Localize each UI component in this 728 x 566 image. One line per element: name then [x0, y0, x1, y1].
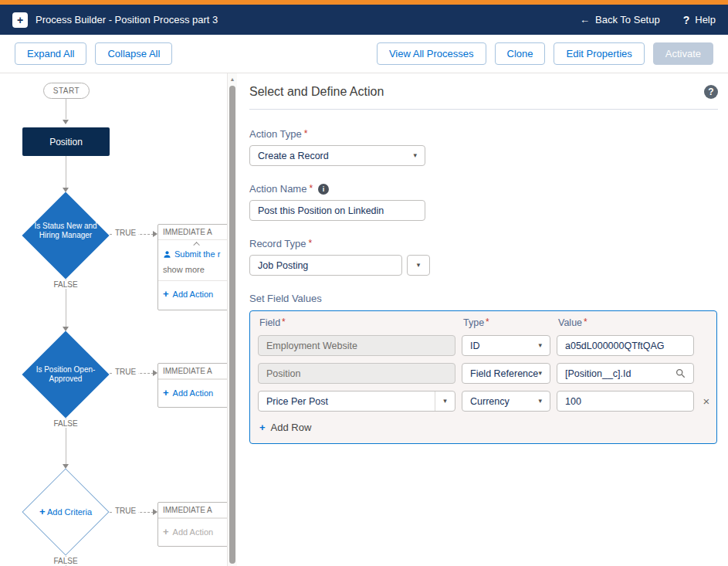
add-row-label: Add Row: [271, 422, 312, 433]
clone-button[interactable]: Clone: [495, 42, 546, 65]
edit-properties-button[interactable]: Edit Properties: [554, 42, 644, 65]
immediate-actions-box-1: IMMEDIATE A Submit the r show more + Add…: [157, 224, 237, 310]
required-asterisk: *: [304, 128, 308, 139]
remove-row-icon[interactable]: ×: [700, 395, 713, 407]
process-toolbar: Expand All Collapse All View All Process…: [0, 35, 728, 73]
back-arrow-icon: ←: [580, 14, 590, 25]
immediate-actions-header: IMMEDIATE A: [158, 503, 236, 518]
required-asterisk: *: [309, 183, 313, 194]
view-all-processes-button[interactable]: View All Processes: [377, 42, 486, 65]
record-type-input[interactable]: Job Posting: [249, 255, 402, 276]
connector-line: [66, 99, 66, 119]
false-label: FALSE: [51, 557, 80, 565]
start-label: START: [53, 86, 80, 95]
expand-all-button[interactable]: Expand All: [15, 42, 86, 65]
plus-icon: +: [163, 388, 169, 398]
type-select-row3[interactable]: Currency ▾: [462, 391, 550, 412]
field-combobox-row3[interactable]: Price Per Post ▾: [258, 391, 455, 412]
caret-down-icon[interactable]: ▾: [435, 391, 455, 411]
add-action-button-1[interactable]: + Add Action: [158, 280, 236, 307]
criteria-node-1[interactable]: [22, 191, 109, 279]
detail-panel: Select and Define Action ? Action Type *…: [237, 73, 728, 566]
add-action-label: Add Action: [173, 527, 214, 537]
panel-help-icon[interactable]: ?: [704, 85, 718, 99]
add-action-label: Add Action: [173, 388, 214, 398]
required-asterisk: *: [308, 238, 312, 249]
show-more-link[interactable]: show more: [158, 260, 236, 280]
immediate-actions-header: IMMEDIATE A: [158, 364, 236, 379]
arrowhead-icon: [63, 120, 69, 124]
caret-down-icon: ▾: [413, 152, 417, 159]
action-name-value: Post this Position on Linkedin: [258, 205, 384, 216]
add-row-button[interactable]: + Add Row: [258, 422, 709, 433]
caret-down-icon: ▾: [538, 398, 542, 405]
action-item-label: Submit the r: [174, 249, 220, 259]
set-field-values-table: Field * Type * Value *: [249, 310, 717, 444]
record-type-dropdown-button[interactable]: ▾: [407, 255, 430, 276]
true-label: TRUE: [113, 507, 138, 515]
back-to-setup-link[interactable]: ← Back To Setup: [580, 14, 660, 25]
plus-icon: +: [259, 422, 266, 432]
column-header-type: Type *: [462, 317, 550, 328]
value-input-row3[interactable]: 100: [557, 391, 694, 412]
type-select-row1[interactable]: ID ▾: [462, 335, 550, 356]
activate-button[interactable]: Activate: [653, 42, 713, 65]
criteria-node-2[interactable]: [22, 330, 109, 418]
app-header: + Process Builder - Position Process par…: [0, 5, 728, 35]
field-input-row2: Position: [258, 363, 455, 384]
type-select-row2[interactable]: Field Reference ▾: [462, 363, 550, 384]
back-to-setup-label: Back To Setup: [595, 14, 660, 25]
app-icon-glyph: +: [17, 14, 23, 26]
page-title: Process Builder - Position Process part …: [36, 14, 218, 25]
field-input-row1: Employment Website: [258, 335, 455, 356]
true-label: TRUE: [113, 229, 138, 237]
immediate-actions-header: IMMEDIATE A: [158, 225, 236, 240]
value-input-row1[interactable]: a05dL000000QTftQAG: [557, 335, 694, 356]
set-field-values-label: Set Field Values: [249, 293, 322, 304]
info-icon[interactable]: i: [318, 184, 329, 195]
process-builder-icon: +: [12, 12, 28, 28]
caret-down-icon: ▾: [538, 342, 542, 349]
plus-icon: +: [163, 289, 169, 299]
help-label: Help: [695, 14, 716, 25]
connector-line: [66, 156, 66, 188]
start-node: START: [43, 83, 90, 99]
action-type-label: Action Type: [249, 128, 302, 140]
help-icon: ?: [683, 14, 690, 26]
add-criteria-node[interactable]: [22, 468, 109, 555]
column-header-value: Value *: [557, 317, 694, 328]
scrollbar-thumb[interactable]: [229, 86, 235, 564]
collapse-all-button[interactable]: Collapse All: [95, 42, 172, 65]
required-asterisk: *: [486, 317, 489, 327]
action-name-input[interactable]: Post this Position on Linkedin: [249, 200, 425, 221]
add-action-button-2[interactable]: + Add Action: [158, 379, 236, 405]
search-icon[interactable]: [676, 368, 686, 378]
true-label: TRUE: [113, 368, 138, 376]
required-asterisk: *: [282, 317, 286, 327]
app-window: + Process Builder - Position Process par…: [0, 0, 728, 566]
action-type-value: Create a Record: [258, 151, 329, 161]
false-label: FALSE: [51, 419, 80, 428]
help-link[interactable]: ? Help: [683, 14, 716, 26]
immediate-actions-box-2: IMMEDIATE A + Add Action: [157, 363, 237, 408]
scrollbar-up-icon[interactable]: ▲: [228, 73, 237, 84]
action-name-label: Action Name: [249, 183, 306, 195]
action-type-select[interactable]: Create a Record ▾: [249, 145, 425, 166]
record-type-label: Record Type: [249, 238, 306, 249]
required-asterisk: *: [584, 317, 587, 327]
plus-icon: +: [163, 527, 169, 537]
panel-title: Select and Define Action: [249, 85, 384, 99]
position-node[interactable]: Position: [22, 127, 110, 156]
action-item-submit[interactable]: Submit the r: [158, 248, 236, 260]
submit-record-icon: [163, 250, 171, 259]
add-action-button-3[interactable]: + Add Action: [158, 518, 236, 544]
canvas-scrollbar[interactable]: ▲: [227, 73, 237, 566]
value-input-row2[interactable]: [Position__c].Id: [557, 363, 694, 384]
add-action-label: Add Action: [173, 290, 214, 299]
caret-down-icon: ▾: [417, 262, 421, 269]
column-header-field: Field *: [258, 317, 455, 328]
caret-down-icon: ▾: [538, 370, 542, 377]
chevron-up-icon[interactable]: [158, 240, 236, 248]
immediate-actions-box-3: IMMEDIATE A + Add Action: [157, 502, 237, 547]
process-canvas: START Position Is Status New and Hiring …: [0, 73, 237, 566]
